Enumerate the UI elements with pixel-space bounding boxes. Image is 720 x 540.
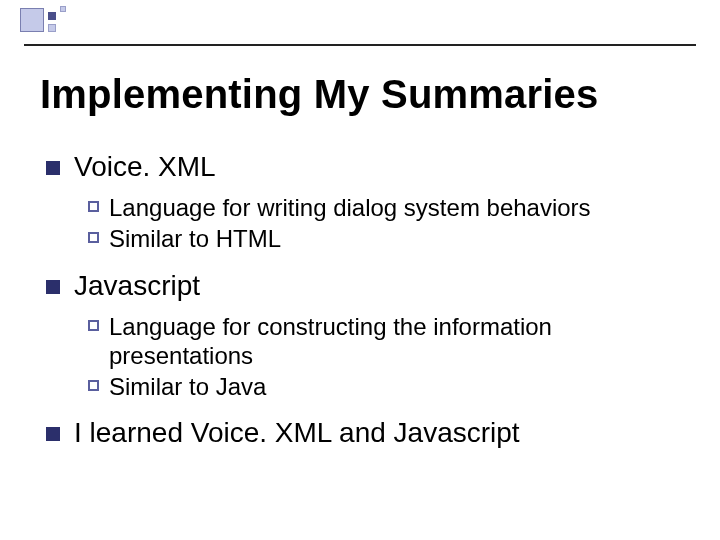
divider xyxy=(24,44,696,46)
deco-square-small xyxy=(48,24,56,32)
deco-square-small xyxy=(60,6,66,12)
hollow-square-bullet-icon xyxy=(88,380,99,391)
deco-square-large xyxy=(20,8,44,32)
square-bullet-icon xyxy=(46,161,60,175)
bullet-level2: Language for constructing the informatio… xyxy=(88,312,680,371)
slide-content: Implementing My Summaries Voice. XML Lan… xyxy=(40,72,680,459)
bullet-level1: Voice. XML xyxy=(40,151,680,183)
deco-square-small xyxy=(48,12,56,20)
hollow-square-bullet-icon xyxy=(88,201,99,212)
bullet-level1: Javascript xyxy=(40,270,680,302)
bullet-level2: Language for writing dialog system behav… xyxy=(88,193,680,222)
bullet-text: Similar to Java xyxy=(109,372,266,401)
hollow-square-bullet-icon xyxy=(88,232,99,243)
slide-decoration xyxy=(0,0,100,48)
bullet-level1: I learned Voice. XML and Javascript xyxy=(40,417,680,449)
bullet-level2: Similar to HTML xyxy=(88,224,680,253)
bullet-text: Similar to HTML xyxy=(109,224,281,253)
bullet-text: I learned Voice. XML and Javascript xyxy=(74,417,520,449)
sub-bullet-group: Language for writing dialog system behav… xyxy=(88,193,680,254)
slide-title: Implementing My Summaries xyxy=(40,72,680,117)
square-bullet-icon xyxy=(46,427,60,441)
bullet-text: Voice. XML xyxy=(74,151,216,183)
bullet-text: Javascript xyxy=(74,270,200,302)
bullet-text: Language for writing dialog system behav… xyxy=(109,193,591,222)
sub-bullet-group: Language for constructing the informatio… xyxy=(88,312,680,402)
square-bullet-icon xyxy=(46,280,60,294)
bullet-level2: Similar to Java xyxy=(88,372,680,401)
hollow-square-bullet-icon xyxy=(88,320,99,331)
bullet-text: Language for constructing the informatio… xyxy=(109,312,680,371)
